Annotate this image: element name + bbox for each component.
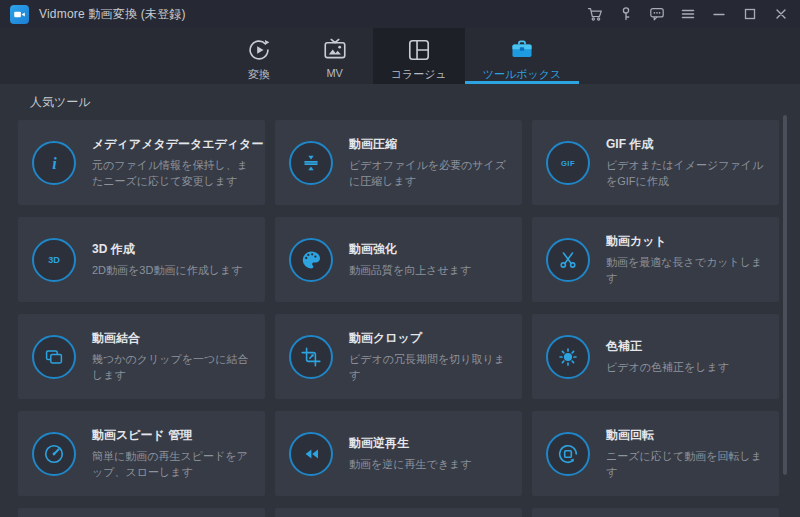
app-window: Vidmore 動画変換 (未登録) 変換MVコラージュツールボックス 人気ツー…: [0, 0, 800, 517]
tool-desc: ビデオファイルを必要のサイズに圧縮します: [349, 158, 510, 189]
tool-desc: ビデオの色補正をします: [606, 360, 729, 375]
menu-icon[interactable]: [677, 3, 699, 25]
maximize-icon[interactable]: [739, 3, 761, 25]
tool-desc: 動画品質を向上させます: [349, 263, 471, 278]
sun-icon: [546, 335, 590, 379]
tool-card-partial[interactable]: [532, 508, 779, 517]
tool-title: 動画逆再生: [349, 435, 472, 452]
main-tabbar: 変換MVコラージュツールボックス: [0, 28, 800, 84]
tab-label: MV: [326, 67, 343, 79]
tool-title: 動画スピード 管理: [92, 427, 253, 444]
tab-toolbox[interactable]: ツールボックス: [465, 28, 580, 84]
tool-title: 動画カット: [606, 233, 767, 250]
tool-desc: 簡単に動画の再生スピードをアップ、スローします: [92, 449, 253, 480]
tool-title: 動画圧縮: [349, 136, 510, 153]
tool-card-metadata-editor[interactable]: iメディアメタデータエディター元のファイル情報を保持し、またニーズに応じて変更し…: [18, 120, 265, 205]
tool-text: 色補正ビデオの色補正をします: [606, 338, 729, 375]
tool-title: 動画クロップ: [349, 330, 510, 347]
feedback-icon[interactable]: [646, 3, 668, 25]
tool-card-video-crop[interactable]: 動画クロップビデオの冗長期間を切り取ります: [275, 314, 522, 399]
gif-icon: GIF: [546, 141, 590, 185]
close-icon[interactable]: [770, 3, 792, 25]
tool-card-video-compress[interactable]: 動画圧縮ビデオファイルを必要のサイズに圧縮します: [275, 120, 522, 205]
svg-text:i: i: [52, 154, 57, 171]
titlebar: Vidmore 動画変換 (未登録): [0, 0, 800, 28]
info-icon: i: [32, 141, 76, 185]
mv-icon: [322, 36, 348, 64]
svg-text:GIF: GIF: [561, 158, 575, 167]
tool-card-color-correction[interactable]: 色補正ビデオの色補正をします: [532, 314, 779, 399]
tool-title: 動画回転: [606, 427, 767, 444]
tool-card-partial[interactable]: [275, 508, 522, 517]
window-title: Vidmore 動画変換 (未登録): [39, 6, 186, 23]
tool-text: GIF 作成ビデオまたはイメージファイルをGIFに作成: [606, 136, 767, 189]
toolbox-icon: [509, 36, 535, 64]
tool-text: メディアメタデータエディター元のファイル情報を保持し、またニーズに応じて変更しま…: [92, 136, 253, 189]
key-icon[interactable]: [615, 3, 637, 25]
tool-text: 3D 作成2D動画を3D動画に作成します: [92, 241, 242, 278]
tool-card-video-cut[interactable]: 動画カット動画を最適な長さでカットします: [532, 217, 779, 302]
tab-label: ツールボックス: [483, 67, 562, 82]
tool-card-video-speed[interactable]: 動画スピード 管理簡単に動画の再生スピードをアップ、スローします: [18, 411, 265, 496]
tool-card-partial[interactable]: [18, 508, 265, 517]
tool-text: 動画クロップビデオの冗長期間を切り取ります: [349, 330, 510, 383]
tools-grid: iメディアメタデータエディター元のファイル情報を保持し、またニーズに応じて変更し…: [0, 120, 800, 517]
tab-label: コラージュ: [391, 67, 447, 82]
tool-card-gif-maker[interactable]: GIFGIF 作成ビデオまたはイメージファイルをGIFに作成: [532, 120, 779, 205]
palette-icon: [289, 238, 333, 282]
svg-text:3D: 3D: [48, 255, 60, 265]
tab-convert[interactable]: 変換: [221, 28, 297, 84]
tool-text: 動画結合幾つかのクリップを一つに結合します: [92, 330, 253, 383]
tool-card-video-enhance[interactable]: 動画強化動画品質を向上させます: [275, 217, 522, 302]
tab-mv[interactable]: MV: [297, 28, 373, 84]
tool-title: 動画強化: [349, 241, 471, 258]
tool-desc: ビデオまたはイメージファイルをGIFに作成: [606, 158, 767, 189]
convert-icon: [246, 36, 272, 64]
tool-text: 動画回転ニーズに応じて動画を回転します: [606, 427, 767, 480]
minimize-icon[interactable]: [708, 3, 730, 25]
tool-card-3d-maker[interactable]: 3D3D 作成2D動画を3D動画に作成します: [18, 217, 265, 302]
speedometer-icon: [32, 432, 76, 476]
compress-icon: [289, 141, 333, 185]
tab-collage[interactable]: コラージュ: [373, 28, 465, 84]
toolbox-content: 人気ツール iメディアメタデータエディター元のファイル情報を保持し、またニーズに…: [0, 84, 800, 517]
scissors-icon: [546, 238, 590, 282]
tool-text: 動画強化動画品質を向上させます: [349, 241, 471, 278]
tool-title: 色補正: [606, 338, 729, 355]
tool-title: 3D 作成: [92, 241, 242, 258]
vertical-scrollbar[interactable]: [783, 115, 787, 475]
rotate-icon: [546, 432, 590, 476]
tool-desc: 動画を逆に再生できます: [349, 457, 472, 472]
tool-text: 動画スピード 管理簡単に動画の再生スピードをアップ、スローします: [92, 427, 253, 480]
tool-card-video-merge[interactable]: 動画結合幾つかのクリップを一つに結合します: [18, 314, 265, 399]
tool-desc: 幾つかのクリップを一つに結合します: [92, 352, 253, 383]
merge-icon: [32, 335, 76, 379]
tool-text: 動画カット動画を最適な長さでカットします: [606, 233, 767, 286]
collage-icon: [406, 36, 432, 64]
tool-card-video-rotate[interactable]: 動画回転ニーズに応じて動画を回転します: [532, 411, 779, 496]
tool-desc: ビデオの冗長期間を切り取ります: [349, 352, 510, 383]
tool-text: 動画圧縮ビデオファイルを必要のサイズに圧縮します: [349, 136, 510, 189]
rewind-icon: [289, 432, 333, 476]
tool-title: 動画結合: [92, 330, 253, 347]
tool-title: GIF 作成: [606, 136, 767, 153]
tool-desc: ニーズに応じて動画を回転します: [606, 449, 767, 480]
3d-icon: 3D: [32, 238, 76, 282]
tool-desc: 元のファイル情報を保持し、またニーズに応じて変更します: [92, 158, 253, 189]
tool-text: 動画逆再生動画を逆に再生できます: [349, 435, 472, 472]
tool-desc: 2D動画を3D動画に作成します: [92, 263, 242, 278]
tool-desc: 動画を最適な長さでカットします: [606, 255, 767, 286]
app-logo-icon: [10, 5, 29, 24]
tool-title: メディアメタデータエディター: [92, 136, 253, 153]
tool-card-video-reverse[interactable]: 動画逆再生動画を逆に再生できます: [275, 411, 522, 496]
tab-label: 変換: [248, 67, 270, 82]
crop-icon: [289, 335, 333, 379]
section-title: 人気ツール: [0, 84, 800, 120]
cart-icon[interactable]: [584, 3, 606, 25]
titlebar-buttons: [584, 3, 792, 25]
